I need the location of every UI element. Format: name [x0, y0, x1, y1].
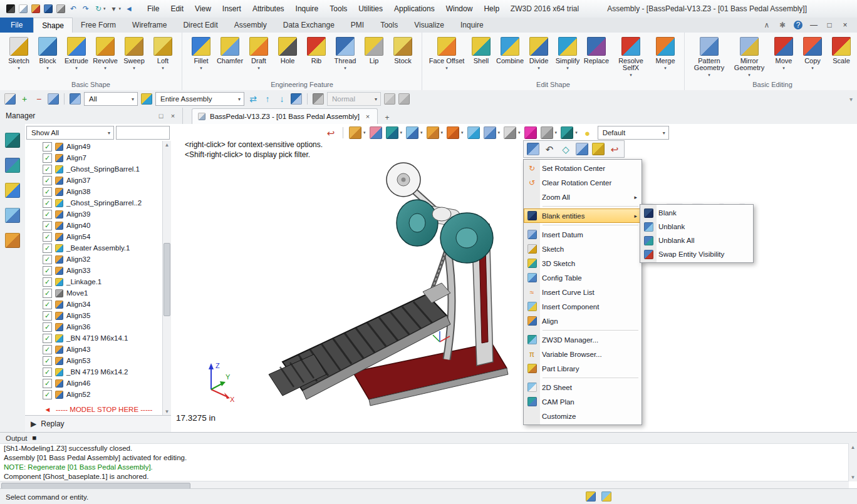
- erase-icon[interactable]: [370, 126, 382, 139]
- checkbox-checked[interactable]: ✓: [43, 244, 52, 253]
- entity-filter-dropdown[interactable]: All: [84, 92, 138, 106]
- ribbon-tab-file[interactable]: File: [0, 18, 33, 33]
- menu-help[interactable]: Help: [479, 3, 504, 15]
- pick-mode-icon[interactable]: [48, 93, 59, 105]
- clipboard-icon[interactable]: [592, 143, 605, 155]
- manager-search-input[interactable]: [116, 126, 170, 140]
- context-menu-item-2d-sheet[interactable]: 2D Sheet: [524, 380, 641, 394]
- zw3d-logo-button[interactable]: [6, 4, 15, 13]
- render-manager-icon[interactable]: [5, 208, 20, 223]
- assembly-scope-dropdown[interactable]: Entire Assembly: [155, 92, 244, 106]
- view-globe-icon[interactable]: [427, 126, 439, 139]
- tree-item[interactable]: ✓_Ghost_SpringBarrel.1: [25, 163, 163, 175]
- bulb-icon[interactable]: ●: [581, 126, 594, 139]
- assembly-scope-icon[interactable]: [141, 93, 152, 105]
- output-scrollbar[interactable]: ▲ ▼: [848, 443, 857, 481]
- ribbon-button-hole[interactable]: Hole: [273, 36, 302, 66]
- menu-applications[interactable]: Applications: [389, 3, 440, 15]
- checkbox-checked[interactable]: ✓: [43, 356, 52, 366]
- redo-button[interactable]: ↷: [81, 4, 90, 13]
- ribbon-button-face-offset[interactable]: Face Offset▾: [427, 36, 467, 71]
- menu-window[interactable]: Window: [441, 3, 478, 15]
- show-all-dropdown[interactable]: Show All: [26, 126, 114, 140]
- checkbox-checked[interactable]: ✓: [43, 390, 52, 399]
- settings-gear-icon[interactable]: ✱: [778, 21, 787, 29]
- tree-item[interactable]: ✓Align46: [25, 378, 163, 389]
- checkbox-checked[interactable]: ✓: [43, 221, 52, 230]
- panel-float-icon[interactable]: □: [157, 112, 165, 120]
- customize-qat-button[interactable]: ▾▾: [110, 4, 122, 13]
- tree-item[interactable]: ✓Align32: [25, 254, 163, 265]
- checkbox-checked[interactable]: ✓: [43, 142, 52, 152]
- ribbon-tab-assembly[interactable]: Assembly: [226, 18, 275, 33]
- tree-item[interactable]: ✓Align43: [25, 344, 163, 355]
- menu-inquire[interactable]: Inquire: [291, 3, 324, 15]
- add-to-list-icon[interactable]: +: [19, 93, 30, 105]
- checkbox-checked[interactable]: ✓: [43, 334, 52, 343]
- replay-bar[interactable]: ▶Replay: [25, 415, 171, 432]
- undo-button[interactable]: ↶: [69, 4, 78, 13]
- collapse-ribbon-icon[interactable]: ∧: [762, 21, 771, 29]
- model-stop-row[interactable]: ◄----- MODEL STOP HERE -----: [25, 403, 163, 416]
- context-menu-item-insert-curve-list[interactable]: ≈Insert Curve List: [524, 285, 641, 299]
- context-menu-item-customize[interactable]: Customize: [524, 409, 641, 423]
- tree-item[interactable]: ✓Align37: [25, 175, 163, 186]
- render-sphere-icon[interactable]: [504, 126, 516, 139]
- marker-icon[interactable]: [386, 126, 398, 139]
- context-menu-item-insert-datum[interactable]: Insert Datum: [524, 227, 641, 242]
- scroll-up-icon[interactable]: ▲: [851, 443, 856, 451]
- checkbox-checked[interactable]: ✓: [43, 345, 52, 354]
- context-menu-item-config-table[interactable]: Config Table: [524, 270, 641, 285]
- tree-item[interactable]: ✓Align54: [25, 231, 163, 242]
- tree-scrollbar[interactable]: ▲ ▼: [162, 141, 171, 416]
- help-icon[interactable]: ?: [794, 21, 802, 29]
- input-list-icon[interactable]: [527, 143, 539, 155]
- context-menu-item-set-rotation-center[interactable]: ↻Set Rotation Center: [524, 161, 641, 175]
- ribbon-tab-direct-edit[interactable]: Direct Edit: [175, 18, 226, 33]
- ribbon-tab-visualize[interactable]: Visualize: [406, 18, 452, 33]
- tree-item[interactable]: ✓Align33: [25, 265, 163, 276]
- ribbon-button-divide[interactable]: Divide▾: [524, 36, 553, 71]
- ribbon-button-copy[interactable]: Copy▾: [798, 36, 827, 71]
- tree-item[interactable]: ✓Align52: [25, 389, 163, 400]
- ribbon-button-pattern-geometry[interactable]: Pattern Geometry▾: [689, 36, 729, 78]
- menu-edit[interactable]: Edit: [165, 3, 189, 15]
- ribbon-tab-wireframe[interactable]: Wireframe: [124, 18, 175, 33]
- viewport[interactable]: ↩▾▾▾▾▾▾▾▾▾●Default <right-click> for con…: [171, 124, 857, 432]
- sync-down-icon[interactable]: ↓: [276, 93, 288, 105]
- checkbox-checked[interactable]: ✓: [43, 300, 52, 309]
- minimize-icon[interactable]: —: [809, 21, 818, 29]
- checkbox-checked[interactable]: ✓: [43, 379, 52, 388]
- tab-close-icon[interactable]: ×: [364, 113, 371, 120]
- tree-item[interactable]: ✓_BN 4719 M6x14.2: [25, 366, 163, 378]
- open-file-button[interactable]: [31, 4, 40, 13]
- menu-insert[interactable]: Insert: [217, 3, 246, 15]
- ribbon-button-draft[interactable]: Draft▾: [244, 36, 273, 71]
- tree-item[interactable]: ✓Align7: [25, 152, 163, 163]
- tree-item[interactable]: ✓Align38: [25, 186, 163, 197]
- tree-item[interactable]: ✓_Beater Assembly.1: [25, 242, 163, 254]
- checkbox-checked[interactable]: ✓: [43, 277, 52, 287]
- folder-open-icon[interactable]: [349, 126, 361, 139]
- panel-close-icon[interactable]: ×: [169, 112, 177, 120]
- submenu-item-unblank[interactable]: Unblank: [640, 220, 753, 234]
- document-tab[interactable]: BassPedal-V13.Z3 - [01 Bass Pedal Assemb…: [192, 108, 378, 124]
- back-button[interactable]: ◄: [125, 4, 133, 13]
- scroll-down-icon[interactable]: ▼: [851, 473, 856, 481]
- attribute-browser-icon[interactable]: [70, 93, 81, 105]
- context-menu-item-cam-plan[interactable]: CAM Plan: [524, 394, 641, 409]
- tree-item[interactable]: ✓_Linkage.1: [25, 276, 163, 287]
- checkbox-checked[interactable]: ✓: [43, 311, 52, 321]
- ribbon-button-lip[interactable]: Lip: [360, 36, 388, 66]
- ribbon-button-replace[interactable]: Replace: [582, 36, 611, 66]
- context-menu-item-zoom-all[interactable]: Zoom All▸: [524, 190, 641, 204]
- context-menu-item-3d-sketch[interactable]: 3D Sketch: [524, 256, 641, 270]
- swatch-gray-icon[interactable]: [541, 126, 553, 139]
- context-menu-item-part-library[interactable]: Part Library: [524, 361, 641, 376]
- menu-utilities[interactable]: Utilities: [353, 3, 388, 15]
- snap-settings-icon[interactable]: [313, 93, 324, 105]
- toolbar-collapse-icon[interactable]: ▾: [849, 96, 853, 103]
- visual-manager-icon[interactable]: [5, 183, 20, 198]
- ribbon-button-thread[interactable]: Thread▾: [331, 36, 360, 71]
- ribbon-button-extrude[interactable]: Extrude▾: [62, 36, 91, 71]
